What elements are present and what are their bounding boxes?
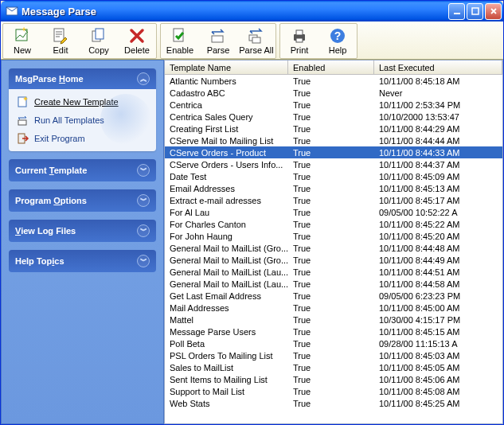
sidebar-panel-home-header[interactable]: MsgParse Home ︽ — [9, 68, 156, 89]
template-list: Template Name Enabled Last Executed Atla… — [164, 60, 503, 424]
table-row[interactable]: For Charles CantonTrue10/11/00 8:45:22 A… — [165, 218, 502, 230]
cell-name: Date Test — [165, 172, 288, 181]
new-template-icon — [17, 96, 29, 108]
table-row[interactable]: For John HaungTrue10/11/00 8:45:20 AM — [165, 230, 502, 242]
cell-name: Mail Addresses — [165, 303, 288, 313]
table-row[interactable]: CServe Orders - ProductTrue10/11/00 8:44… — [165, 146, 502, 158]
close-button[interactable] — [485, 3, 502, 20]
table-row[interactable]: Sent Items to Mailing ListTrue10/11/00 8… — [165, 373, 502, 385]
print-button[interactable]: Print — [280, 24, 318, 58]
table-row[interactable]: Web StatsTrue10/11/00 8:45:25 AM — [165, 397, 502, 409]
maximize-button[interactable] — [467, 3, 483, 20]
col-enabled[interactable]: Enabled — [288, 60, 374, 74]
svg-rect-3 — [16, 29, 27, 41]
sidebar-item[interactable]: Run All Templates — [14, 112, 151, 128]
cell-name: Centrica Sales Query — [165, 112, 288, 122]
cell-name: Email Addresses — [165, 184, 288, 193]
table-row[interactable]: Cadastro ABCTrueNever — [165, 87, 502, 99]
help-icon: ? — [329, 27, 346, 45]
cell-name: Centrica — [165, 100, 288, 110]
sidebar-panel-collapsed[interactable]: View Log Files︾ — [9, 220, 156, 242]
table-row[interactable]: CentricaTrue10/11/00 2:53:34 PM — [165, 99, 502, 111]
exit-icon — [17, 132, 29, 145]
minimize-button[interactable] — [448, 3, 465, 20]
sidebar-panel-collapsed[interactable]: Help Topics︾ — [9, 250, 156, 272]
delete-icon — [128, 27, 146, 45]
table-row[interactable]: Centrica Sales QueryTrue10/10/2000 13:53… — [165, 111, 502, 123]
cell-name: Web Stats — [165, 399, 288, 408]
enable-button[interactable]: Enable — [161, 24, 199, 58]
table-row[interactable]: CServe Orders - Users Info...True10/11/0… — [165, 158, 502, 170]
col-last-executed[interactable]: Last Executed — [374, 60, 502, 74]
table-row[interactable]: Extract e-mail adressesTrue10/11/00 8:45… — [165, 194, 502, 206]
help-button[interactable]: ?Help — [318, 24, 357, 58]
chevron-down-icon: ︾ — [137, 194, 150, 207]
cell-last: 10/11/00 8:44:44 AM — [374, 136, 502, 146]
cell-last: 10/11/00 8:45:20 AM — [374, 232, 502, 241]
cell-enabled: True — [288, 387, 374, 396]
sidebar-item[interactable]: Exit Program — [14, 131, 151, 146]
new-button[interactable]: New — [3, 24, 41, 58]
delete-button[interactable]: Delete — [118, 24, 156, 58]
edit-icon — [52, 27, 69, 45]
copy-button[interactable]: Copy — [80, 24, 118, 58]
cell-enabled: True — [288, 76, 374, 86]
edit-button[interactable]: Edit — [41, 24, 80, 58]
sidebar-panel-collapsed[interactable]: Current Template︾ — [9, 159, 156, 181]
table-row[interactable]: Message Parse UsersTrue10/11/00 8:45:15 … — [165, 326, 502, 337]
parseall-button[interactable]: Parse All — [237, 24, 275, 58]
table-row[interactable]: General Mail to MailList (Lau...True10/1… — [165, 266, 502, 278]
cell-last: 10/11/00 8:44:58 AM — [374, 279, 502, 289]
col-template-name[interactable]: Template Name — [165, 60, 288, 74]
svg-rect-12 — [296, 30, 303, 35]
cell-enabled: True — [288, 136, 374, 146]
table-row[interactable]: Get Last Email AddressTrue09/05/00 6:23:… — [165, 290, 502, 302]
toolbar-label: Print — [291, 45, 309, 55]
app-icon — [6, 5, 18, 18]
table-row[interactable]: Atlantic NumbersTrue10/11/00 8:45:18 AM — [165, 75, 502, 87]
titlebar: Message Parse — [1, 1, 503, 21]
sidebar-panel-home: MsgParse Home ︽ Create New TemplateRun A… — [9, 68, 156, 151]
table-row[interactable]: Sales to MailListTrue10/11/00 8:45:05 AM — [165, 361, 502, 373]
table-row[interactable]: PSL Orders To Mailing ListTrue10/11/00 8… — [165, 349, 502, 361]
column-headers: Template Name Enabled Last Executed — [165, 60, 502, 75]
cell-enabled: True — [288, 208, 374, 217]
cell-last: 10/11/00 8:45:15 AM — [374, 327, 502, 337]
cell-name: Message Parse Users — [165, 327, 288, 337]
svg-rect-4 — [54, 29, 64, 41]
panel-title: Help Topics — [15, 256, 64, 266]
cell-enabled: True — [288, 327, 374, 337]
rows-container[interactable]: Atlantic NumbersTrue10/11/00 8:45:18 AMC… — [165, 75, 502, 423]
svg-rect-17 — [18, 120, 26, 125]
table-row[interactable]: For Al LauTrue09/05/00 10:52:22 A — [165, 206, 502, 218]
cell-last: 10/11/00 8:45:08 AM — [374, 387, 502, 396]
svg-text:?: ? — [334, 29, 342, 42]
table-row[interactable]: MattelTrue10/30/00 4:15:17 PM — [165, 314, 502, 326]
sidebar-item[interactable]: Create New Template — [14, 94, 151, 110]
cell-last: 09/05/00 10:52:22 A — [374, 208, 502, 217]
sidebar-panel-collapsed[interactable]: Program Options︾ — [9, 189, 156, 212]
cell-name: CServe Orders - Users Info... — [165, 160, 288, 170]
table-row[interactable]: Poll BetaTrue09/28/00 11:15:13 A — [165, 337, 502, 349]
toolbar-group: EnableParseParse All — [160, 23, 276, 59]
cell-name: Atlantic Numbers — [165, 76, 288, 86]
table-row[interactable]: Support to Mail ListTrue10/11/00 8:45:08… — [165, 385, 502, 397]
table-row[interactable]: Mail AddressesTrue10/11/00 8:45:00 AM — [165, 302, 502, 314]
table-row[interactable]: Date TestTrue10/11/00 8:45:09 AM — [165, 170, 502, 182]
cell-enabled: True — [288, 100, 374, 110]
cell-last: 10/11/00 8:45:05 AM — [374, 363, 502, 372]
cell-last: 10/11/00 8:45:18 AM — [374, 76, 502, 86]
cell-name: General Mail to MailList (Lau... — [165, 267, 288, 277]
cell-name: CServe Mail to Mailing List — [165, 136, 288, 146]
cell-enabled: True — [288, 339, 374, 349]
table-row[interactable]: General Mail to MailList (Gro...True10/1… — [165, 254, 502, 266]
cell-name: General Mail to MailList (Gro... — [165, 244, 288, 253]
table-row[interactable]: Email AddressesTrue10/11/00 8:45:13 AM — [165, 182, 502, 194]
parse-button[interactable]: Parse — [199, 24, 237, 58]
table-row[interactable]: Creating First ListTrue10/11/00 8:44:29 … — [165, 123, 502, 135]
table-row[interactable]: General Mail to MailList (Lau...True10/1… — [165, 278, 502, 290]
table-row[interactable]: CServe Mail to Mailing ListTrue10/11/00 … — [165, 135, 502, 146]
cell-enabled: True — [288, 399, 374, 408]
table-row[interactable]: General Mail to MailList (Gro...True10/1… — [165, 242, 502, 254]
cell-enabled: True — [288, 363, 374, 372]
